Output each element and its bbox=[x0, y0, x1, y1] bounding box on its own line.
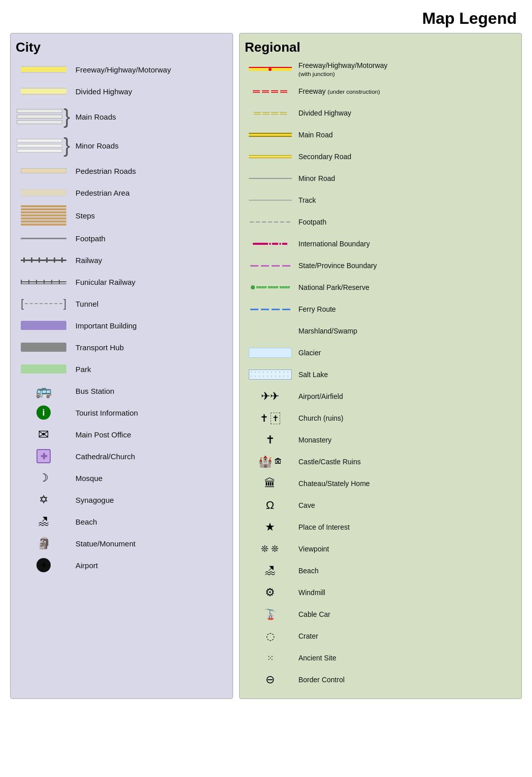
r-natpark-icon bbox=[251, 285, 290, 289]
cathedral-church-symbol: ✚ bbox=[16, 449, 71, 463]
r-viewpoint-symbol: ❊ ❊ bbox=[245, 543, 295, 554]
cathedral-church-icon: ✚ bbox=[36, 449, 51, 463]
beach-city-label: Beach bbox=[71, 517, 227, 526]
r-track-label: Track bbox=[295, 196, 516, 204]
list-item: 🏛 Chateau/Stately Home bbox=[245, 474, 516, 493]
railway-symbol bbox=[16, 257, 71, 263]
funicular-symbol bbox=[16, 279, 71, 285]
r-border-control-icon: ⊖ bbox=[265, 673, 275, 686]
list-item: Funicular Railway bbox=[16, 273, 227, 291]
park-icon bbox=[21, 364, 66, 374]
list-item: Freeway/Highway/Motorway(with junction) bbox=[245, 60, 516, 79]
r-crater-symbol: ◌ bbox=[245, 630, 295, 642]
list-item: Divided Highway bbox=[16, 82, 227, 100]
pedestrian-area-label: Pedestrian Area bbox=[71, 189, 227, 197]
list-item: ✝✝ Church (ruins) bbox=[245, 409, 516, 427]
main-post-office-icon: ✉ bbox=[38, 427, 49, 442]
r-freeway-icon bbox=[249, 67, 292, 72]
list-item: Footpath bbox=[16, 229, 227, 247]
r-natpark-label: National Park/Reserve bbox=[295, 283, 516, 291]
r-freeway-construction-label: Freeway (under construction) bbox=[295, 87, 516, 95]
tourist-info-symbol: i bbox=[16, 405, 71, 420]
list-item: ☽ Mosque bbox=[16, 469, 227, 487]
r-monastery-label: Monastery bbox=[295, 436, 516, 444]
regional-column: Regional Freeway/Highway/Motorway(with j… bbox=[239, 33, 522, 699]
list-item: Pedestrian Area bbox=[16, 183, 227, 202]
r-airport-symbol: ✈✈ bbox=[245, 390, 295, 403]
footpath-symbol bbox=[16, 238, 71, 239]
r-main-road-icon bbox=[249, 133, 292, 137]
city-column: City Freeway/Highway/Motorway Divided Hi… bbox=[10, 33, 233, 699]
r-beach-label: Beach bbox=[295, 567, 516, 575]
r-church-symbol: ✝✝ bbox=[245, 412, 295, 424]
r-ancient-site-label: Ancient Site bbox=[295, 654, 516, 662]
freeway-label: Freeway/Highway/Motorway bbox=[71, 65, 227, 74]
r-cablecar-symbol: 🚡 bbox=[245, 608, 295, 620]
r-chateau-symbol: 🏛 bbox=[245, 477, 295, 490]
list-item: Ferry Route bbox=[245, 300, 516, 318]
list-item: National Park/Reserve bbox=[245, 278, 516, 297]
main-roads-icon: } bbox=[17, 106, 70, 127]
r-state-boundary-icon bbox=[250, 265, 290, 267]
funicular-label: Funicular Railway bbox=[71, 278, 227, 286]
list-item: Important Building bbox=[16, 316, 227, 335]
list-item: 🚡 Cable Car bbox=[245, 605, 516, 623]
r-crater-icon: ◌ bbox=[266, 630, 275, 642]
tunnel-icon: [ ] bbox=[21, 299, 66, 309]
list-item: ✉ Main Post Office bbox=[16, 425, 227, 443]
r-windmill-symbol: ⚙ bbox=[245, 586, 295, 599]
tourist-info-icon: i bbox=[36, 405, 51, 420]
r-main-road-symbol bbox=[245, 133, 295, 137]
r-natpark-symbol bbox=[245, 285, 295, 289]
synagogue-symbol: ✡ bbox=[16, 493, 71, 506]
list-item: 🚌 Bus Station bbox=[16, 382, 227, 400]
airport-city-symbol: ✈ bbox=[16, 558, 71, 572]
mosque-icon: ☽ bbox=[39, 471, 49, 485]
r-secondary-road-symbol bbox=[245, 155, 295, 158]
steps-icon bbox=[21, 205, 66, 226]
main-post-office-symbol: ✉ bbox=[16, 427, 71, 442]
list-item: ✡ Synagogue bbox=[16, 491, 227, 509]
railway-label: Railway bbox=[71, 256, 227, 265]
important-building-symbol bbox=[16, 321, 71, 330]
r-secondary-road-label: Secondary Road bbox=[295, 153, 516, 161]
r-divided-highway-symbol bbox=[245, 112, 295, 115]
r-windmill-icon: ⚙ bbox=[265, 586, 275, 599]
legend-columns: City Freeway/Highway/Motorway Divided Hi… bbox=[0, 33, 532, 709]
beach-city-icon: 🏖 bbox=[38, 515, 49, 528]
r-track-icon bbox=[249, 200, 292, 201]
list-item: Salt Lake bbox=[245, 365, 516, 384]
list-item: Glacier bbox=[245, 344, 516, 362]
r-secondary-road-icon bbox=[249, 155, 292, 158]
regional-heading: Regional bbox=[245, 40, 516, 55]
r-footpath-symbol bbox=[245, 221, 295, 223]
mosque-symbol: ☽ bbox=[16, 471, 71, 485]
r-church-label: Church (ruins) bbox=[295, 414, 516, 422]
r-beach-icon: 🏖 bbox=[264, 564, 276, 577]
list-item: ⁙ Ancient Site bbox=[245, 649, 516, 667]
list-item: ✚ Cathedral/Church bbox=[16, 447, 227, 465]
r-monastery-icon: ✝ bbox=[265, 433, 275, 447]
r-glacier-symbol bbox=[245, 348, 295, 358]
divided-highway-label: Divided Highway bbox=[71, 87, 227, 96]
list-item: Freeway (under construction) bbox=[245, 82, 516, 100]
r-intl-boundary-icon bbox=[253, 243, 287, 245]
r-church-icon: ✝✝ bbox=[260, 412, 280, 424]
main-roads-label: Main Roads bbox=[71, 113, 227, 121]
list-item: Steps bbox=[16, 205, 227, 226]
r-chateau-icon: 🏛 bbox=[264, 477, 276, 490]
list-item: ✈✈ Airport/Airfield bbox=[245, 387, 516, 405]
list-item: Ω Cave bbox=[245, 496, 516, 514]
r-main-road-label: Main Road bbox=[295, 131, 516, 139]
r-airport-label: Airport/Airfield bbox=[295, 392, 516, 400]
r-place-interest-symbol: ★ bbox=[245, 521, 295, 534]
steps-symbol bbox=[16, 205, 71, 226]
tourist-info-label: Tourist Information bbox=[71, 409, 227, 417]
bus-station-icon: 🚌 bbox=[35, 383, 52, 399]
page-title: Map Legend bbox=[0, 0, 532, 33]
r-track-symbol bbox=[245, 200, 295, 201]
footpath-icon bbox=[21, 238, 66, 239]
r-marshland-icon bbox=[249, 326, 292, 336]
r-cave-icon: Ω bbox=[266, 499, 274, 512]
r-minor-road-label: Minor Road bbox=[295, 174, 516, 182]
